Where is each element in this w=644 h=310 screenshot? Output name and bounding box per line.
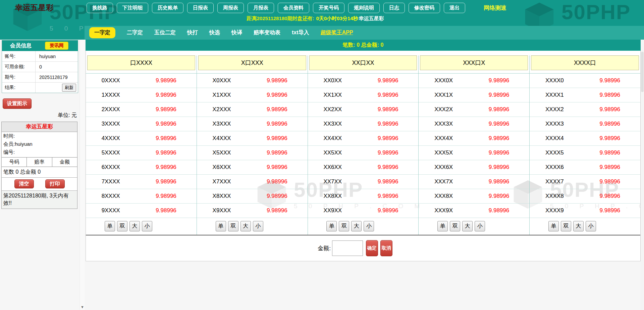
refresh-button[interactable]: 刷新	[62, 84, 76, 92]
quick-bet-button[interactable]: 双	[117, 221, 127, 231]
quick-bet-button[interactable]: 小	[364, 221, 374, 231]
nav-button[interactable]: 开奖号码	[313, 3, 344, 13]
nav-button[interactable]: 日志	[383, 3, 405, 13]
tab[interactable]: txt导入	[292, 29, 309, 36]
scrollbar-thumb[interactable]	[641, 52, 644, 92]
bet-row[interactable]: XX6XX9.98996	[308, 160, 419, 175]
bet-row[interactable]: 0XXXX9.98996	[86, 74, 197, 88]
bet-row[interactable]: X0XXX9.98996	[197, 74, 308, 88]
bet-row[interactable]: XXXX09.98996	[530, 74, 640, 88]
bet-row[interactable]: XXX9X9.98996	[419, 204, 529, 218]
bet-row[interactable]: X3XXX9.98996	[197, 117, 308, 131]
quick-bet-button[interactable]: 单	[105, 221, 115, 231]
tab[interactable]: 快选	[209, 29, 220, 36]
bet-row[interactable]: X2XXX9.98996	[197, 102, 308, 117]
page-scrollbar[interactable]	[641, 40, 644, 310]
bet-row[interactable]: XX0XX9.98996	[308, 74, 419, 88]
tab[interactable]: 一字定	[89, 27, 115, 38]
bet-row[interactable]: 8XXXX9.98996	[86, 189, 197, 204]
print-button[interactable]: 打印	[45, 179, 65, 188]
bet-row[interactable]: 7XXXX9.98996	[86, 175, 197, 189]
bet-row[interactable]: XX5XX9.98996	[308, 146, 419, 160]
bet-row[interactable]: X8XXX9.98996	[197, 189, 308, 204]
bet-row[interactable]: X7XXX9.98996	[197, 175, 308, 189]
bet-row[interactable]: XXXX79.98996	[530, 175, 640, 189]
quick-bet-button[interactable]: 小	[586, 221, 596, 231]
tab[interactable]: 二字定	[127, 29, 143, 36]
bet-row[interactable]: 2XXXX9.98996	[86, 102, 197, 117]
bet-row[interactable]: XXXX69.98996	[530, 160, 640, 175]
nav-button[interactable]: 日报表	[187, 3, 214, 13]
bet-row[interactable]: 1XXXX9.98996	[86, 88, 197, 102]
tab[interactable]: 五位二定	[154, 29, 176, 36]
nav-button[interactable]: 修改密码	[409, 3, 440, 13]
bet-row[interactable]: XXXX39.98996	[530, 117, 640, 131]
bet-row[interactable]: XXX1X9.98996	[419, 88, 529, 102]
bet-row[interactable]: XXXX29.98996	[530, 102, 640, 117]
tab[interactable]: 超级奖王APP	[321, 29, 353, 36]
quick-bet-button[interactable]: 小	[475, 221, 485, 231]
bet-row[interactable]: XXXX49.98996	[530, 131, 640, 146]
quick-bet-button[interactable]: 大	[240, 221, 251, 231]
bet-row[interactable]: X1XXX9.98996	[197, 88, 308, 102]
bet-row[interactable]: XXX7X9.98996	[419, 175, 529, 189]
bet-row[interactable]: XX4XX9.98996	[308, 131, 419, 146]
clear-button[interactable]: 清空	[14, 179, 34, 188]
bet-row[interactable]: XXX2X9.98996	[419, 102, 529, 117]
bet-row[interactable]: X4XXX9.98996	[197, 131, 308, 146]
bet-row[interactable]: XX9XX9.98996	[308, 204, 419, 218]
bet-row[interactable]: XX8XX9.98996	[308, 189, 419, 204]
tab[interactable]: 快打	[187, 29, 198, 36]
nav-button[interactable]: 会员资料	[278, 3, 309, 13]
bet-row[interactable]: XX3XX9.98996	[308, 117, 419, 131]
bet-row[interactable]: XXX5X9.98996	[419, 146, 529, 160]
nav-button[interactable]: 换线路	[87, 3, 113, 13]
settings-icon-button[interactable]: 设置图示	[3, 98, 32, 109]
amount-input[interactable]	[332, 240, 363, 256]
quick-bet-button[interactable]: 大	[462, 221, 473, 231]
quick-bet-button[interactable]: 单	[548, 221, 559, 231]
quick-bet-button[interactable]: 小	[253, 221, 263, 231]
bet-row[interactable]: XXX3X9.98996	[419, 117, 529, 131]
confirm-button[interactable]: 确定	[366, 240, 378, 256]
bet-row[interactable]: XXX4X9.98996	[419, 131, 529, 146]
bet-row[interactable]: XXX0X9.98996	[419, 74, 529, 88]
quick-bet-button[interactable]: 双	[339, 221, 349, 231]
quick-bet-button[interactable]: 大	[351, 221, 362, 231]
cancel-button[interactable]: 取消	[380, 240, 392, 256]
nav-button[interactable]: 月报表	[248, 3, 274, 13]
quick-bet-button[interactable]: 双	[450, 221, 460, 231]
bet-row[interactable]: 5XXXX9.98996	[86, 146, 197, 160]
bet-row[interactable]: 6XXXX9.98996	[86, 160, 197, 175]
bet-row[interactable]: 9XXXX9.98996	[86, 204, 197, 218]
quick-bet-button[interactable]: 单	[326, 221, 337, 231]
bet-row[interactable]: XXX8X9.98996	[419, 189, 529, 204]
tab[interactable]: 快译	[231, 29, 242, 36]
bet-row[interactable]: XX7XX9.98996	[308, 175, 419, 189]
bet-row[interactable]: XX2XX9.98996	[308, 102, 419, 117]
bet-row[interactable]: 4XXXX9.98996	[86, 131, 197, 146]
quick-bet-button[interactable]: 双	[561, 221, 571, 231]
sidebar-scrollbar[interactable]: ▼	[79, 40, 85, 310]
quick-bet-button[interactable]: 双	[228, 221, 238, 231]
quick-bet-button[interactable]: 大	[129, 221, 140, 231]
bet-row[interactable]: XXXX99.98996	[530, 204, 640, 218]
bet-row[interactable]: XXX6X9.98996	[419, 160, 529, 175]
tab[interactable]: 赔率变动表	[254, 29, 280, 36]
bet-row[interactable]: XX1XX9.98996	[308, 88, 419, 102]
news-site-button[interactable]: 资讯网	[45, 42, 68, 50]
quick-bet-button[interactable]: 单	[437, 221, 448, 231]
bet-row[interactable]: XXXX59.98996	[530, 146, 640, 160]
nav-button[interactable]: 规则说明	[348, 3, 380, 13]
nav-button[interactable]: 周报表	[217, 3, 244, 13]
quick-bet-button[interactable]: 小	[142, 221, 152, 231]
scroll-down-arrow-icon[interactable]: ▼	[80, 305, 85, 309]
nav-button[interactable]: 历史账单	[152, 3, 183, 13]
nav-button[interactable]: 退出	[444, 3, 465, 13]
network-speed-test-link[interactable]: 网络测速	[484, 4, 506, 12]
bet-row[interactable]: XXXX89.98996	[530, 189, 640, 204]
nav-button[interactable]: 下注明细	[117, 3, 148, 13]
bet-row[interactable]: X6XXX9.98996	[197, 160, 308, 175]
quick-bet-button[interactable]: 单	[216, 221, 226, 231]
bet-row[interactable]: X9XXX9.98996	[197, 204, 308, 218]
